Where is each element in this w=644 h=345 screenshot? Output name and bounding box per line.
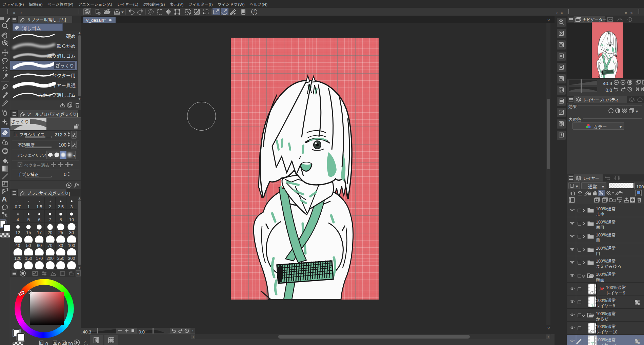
- svg-text:?: ?: [253, 10, 255, 14]
